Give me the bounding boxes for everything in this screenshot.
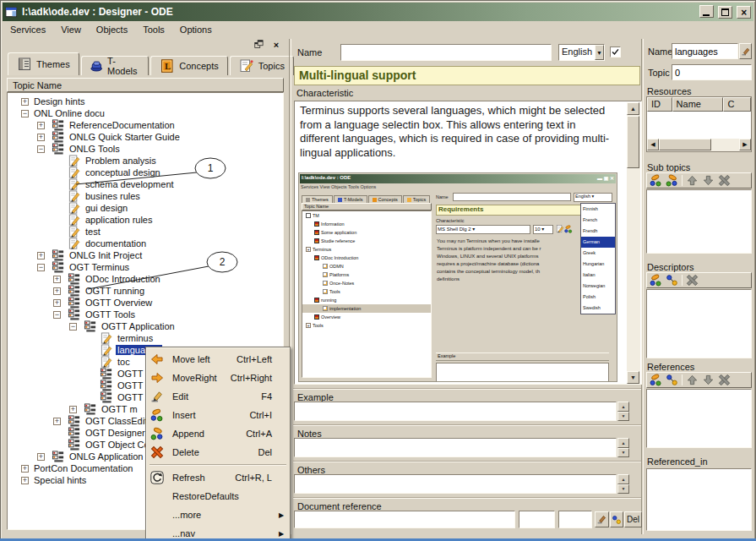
tab-concepts[interactable]: LConcepts	[150, 56, 227, 75]
tab-topics[interactable]: Topics	[230, 56, 294, 75]
context-menu-item[interactable]: MoveRight Ctrl+Right	[147, 369, 289, 387]
topic-name-header[interactable]: Topic Name	[7, 78, 284, 92]
tree-item[interactable]: terminus	[8, 332, 283, 344]
tree-item[interactable]: +ODoc Introduction	[8, 273, 283, 285]
context-menu-item[interactable]: Append Ctrl+A	[147, 424, 289, 443]
context-menu-item[interactable]: Edit F4	[147, 387, 289, 406]
tree-item[interactable]: +ONLG Quick Starter Guide	[8, 131, 283, 143]
append-button[interactable]	[666, 174, 678, 187]
context-menu-item[interactable]: RestoreDefaults	[147, 487, 289, 505]
expand-icon[interactable]: +	[21, 465, 29, 473]
maximize-button[interactable]	[718, 6, 732, 19]
example-stepper[interactable]: ▲▼	[617, 402, 629, 421]
prop-name-edit-button[interactable]	[739, 43, 752, 59]
up-button[interactable]	[686, 174, 699, 187]
delete-grey-button[interactable]	[718, 374, 731, 386]
example-input[interactable]	[294, 402, 617, 421]
scroll-right-icon[interactable]: ▶	[739, 139, 751, 150]
descriptors-list[interactable]	[646, 289, 752, 358]
close-button[interactable]: ×	[737, 6, 751, 19]
menu-services[interactable]: Services	[3, 23, 53, 36]
menu-objects[interactable]: Objects	[89, 23, 135, 36]
notes-stepper[interactable]: ▲▼	[617, 438, 629, 457]
sub-topics-list[interactable]	[646, 189, 752, 254]
expand-icon[interactable]: +	[21, 98, 29, 106]
context-menu-item[interactable]: ...more ▶	[147, 505, 289, 524]
tree-item[interactable]: +Design hints	[8, 96, 283, 107]
tree-item[interactable]: Problem analysis	[8, 155, 283, 167]
tree-item[interactable]: gui design	[8, 202, 283, 214]
context-menu-item[interactable]: Delete Del	[147, 443, 289, 462]
scroll-left-icon[interactable]: ◀	[647, 139, 659, 150]
document-reference-input[interactable]	[294, 511, 515, 528]
scrollbar-thumb[interactable]	[627, 116, 639, 168]
resources-column-name[interactable]: Name	[672, 97, 724, 112]
language-checkbox[interactable]	[610, 46, 621, 57]
title-bar[interactable]: l:\adk\ode.dev : Designer - ODE ×	[3, 3, 753, 21]
delete-grey-button[interactable]	[686, 274, 699, 287]
name-input[interactable]	[340, 44, 552, 61]
resources-column-id[interactable]: ID	[647, 97, 672, 112]
expand-icon[interactable]: +	[37, 252, 45, 260]
tree-item[interactable]: +OGTT running	[8, 285, 283, 297]
insert-button[interactable]	[650, 374, 662, 386]
delete-grey-button[interactable]	[718, 174, 731, 187]
characteristic-scrollbar[interactable]: ▲ ▼	[627, 102, 640, 384]
tree-item[interactable]: −OGTT Tools	[8, 309, 283, 320]
scroll-down-icon[interactable]: ▼	[627, 371, 639, 384]
expand-icon[interactable]: +	[53, 299, 61, 307]
expand-icon[interactable]: +	[53, 276, 61, 283]
tree-item[interactable]: +ReferenceDocumentation	[8, 119, 283, 131]
scroll-up-icon[interactable]: ▲	[627, 102, 639, 115]
down-button[interactable]	[702, 174, 715, 187]
scrollbar-thumb[interactable]	[659, 139, 711, 150]
characteristic-editor[interactable]: Terminus supports several languages, whi…	[294, 101, 642, 385]
link-button[interactable]	[666, 274, 678, 287]
context-menu-item[interactable]: Refresh Ctrl+R, L	[147, 468, 289, 487]
tree-item[interactable]: conceptual design	[8, 167, 283, 178]
minimize-button[interactable]	[699, 5, 714, 18]
collapse-icon[interactable]: −	[21, 110, 29, 117]
expand-icon[interactable]: +	[53, 287, 61, 295]
expand-icon[interactable]: +	[69, 406, 77, 413]
up-button[interactable]	[686, 374, 699, 386]
notes-input[interactable]	[294, 438, 617, 457]
tree-item[interactable]: −ONL Online docu	[8, 107, 283, 119]
tree-item[interactable]: +OGTT Overview	[8, 297, 283, 309]
others-stepper[interactable]: ▲▼	[617, 474, 629, 494]
referenced-in-list[interactable]	[646, 468, 752, 531]
resources-table[interactable]: IDNameC ◀ ▶	[646, 96, 752, 152]
document-reference-field-3[interactable]	[558, 511, 592, 528]
expand-icon[interactable]: +	[37, 122, 45, 129]
resources-column-c[interactable]: C	[723, 97, 751, 112]
others-input[interactable]	[294, 474, 617, 494]
tree-item[interactable]: schema development	[8, 178, 283, 190]
tree-item[interactable]: +ONLG Init Project	[8, 249, 283, 261]
tree-item[interactable]: test	[8, 226, 283, 238]
menu-view[interactable]: View	[53, 23, 89, 36]
down-button[interactable]	[702, 374, 715, 386]
float-panel-icon[interactable]	[253, 39, 265, 50]
expand-icon[interactable]: +	[37, 453, 45, 461]
tree-item[interactable]: −ONLG Tools	[8, 143, 283, 155]
collapse-icon[interactable]: −	[37, 145, 45, 153]
language-select[interactable]: English ▼	[558, 44, 605, 61]
link-button[interactable]	[666, 374, 678, 386]
prop-name-input[interactable]	[672, 43, 738, 59]
collapse-icon[interactable]: −	[37, 264, 45, 271]
chevron-down-icon[interactable]: ▼	[595, 45, 604, 60]
document-reference-edit-button[interactable]	[595, 511, 609, 527]
insert-button[interactable]	[650, 274, 662, 287]
context-menu-item[interactable]: Insert Ctrl+I	[147, 406, 289, 424]
tree-item[interactable]: −OGTT Application	[8, 320, 283, 332]
topic-input[interactable]	[672, 64, 752, 80]
expand-icon[interactable]: +	[37, 134, 45, 141]
collapse-icon[interactable]: −	[53, 311, 61, 319]
insert-button[interactable]	[650, 174, 662, 187]
expand-icon[interactable]: +	[21, 477, 29, 484]
tab-tmodels[interactable]: T-Models	[81, 56, 149, 75]
document-reference-field-2[interactable]	[519, 511, 555, 528]
tree-item[interactable]: application rules	[8, 214, 283, 226]
tab-themes[interactable]: Themes	[8, 52, 79, 75]
tree-item[interactable]: busines rules	[8, 190, 283, 202]
